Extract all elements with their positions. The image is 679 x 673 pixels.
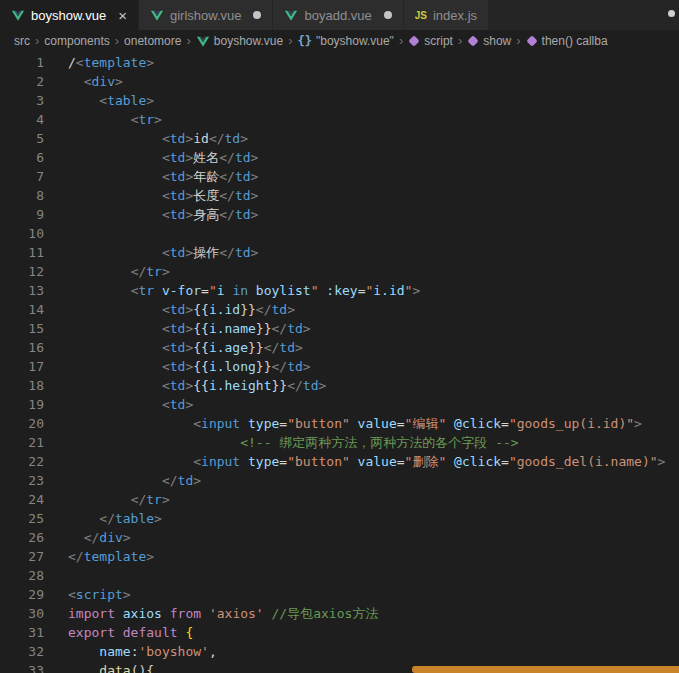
- code-line[interactable]: 5 <td>id</td>: [0, 129, 679, 148]
- code-line[interactable]: 16 <td>{{i.age}}</td>: [0, 338, 679, 357]
- code-text: <tr v-for="i in boylist" :key="i.id">: [44, 281, 420, 300]
- tab-index.js[interactable]: JSindex.js: [404, 0, 489, 30]
- breadcrumb: src›components›onetomore›boyshow.vue›{}"…: [0, 30, 679, 51]
- breadcrumb-item-src[interactable]: src: [14, 34, 30, 48]
- code-line[interactable]: 12 </tr>: [0, 262, 679, 281]
- breadcrumb-label: components: [44, 34, 109, 48]
- code-line[interactable]: 19 <td>: [0, 395, 679, 414]
- line-number: 19: [0, 395, 44, 414]
- code-text: <!-- 绑定两种方法，两种方法的各个字段 -->: [44, 433, 519, 452]
- bottom-orange-bar: [412, 666, 679, 673]
- breadcrumb-separator: ›: [399, 33, 403, 48]
- breadcrumb-separator: ›: [458, 33, 462, 48]
- breadcrumb-separator: ›: [516, 33, 520, 48]
- code-line[interactable]: 24 </tr>: [0, 490, 679, 509]
- breadcrumb-label: onetomore: [124, 34, 181, 48]
- code-line[interactable]: 26 </div>: [0, 528, 679, 547]
- tab-boyadd.vue[interactable]: boyadd.vue: [273, 0, 403, 30]
- code-text: data(){: [44, 661, 154, 673]
- line-number: 1: [0, 53, 44, 72]
- line-number: 21: [0, 433, 44, 452]
- code-text: </tr>: [44, 490, 170, 509]
- breadcrumb-item-show[interactable]: show: [467, 34, 511, 48]
- breadcrumb-item-script[interactable]: script: [408, 34, 453, 48]
- breadcrumb-separator: ›: [186, 33, 190, 48]
- line-number: 13: [0, 281, 44, 300]
- breadcrumb-item-components[interactable]: components: [44, 34, 109, 48]
- tab-girlshow.vue[interactable]: girlshow.vue: [139, 0, 274, 30]
- line-number: 24: [0, 490, 44, 509]
- code-text: <td>{{i.name}}</td>: [44, 319, 311, 338]
- code-line[interactable]: 10: [0, 224, 679, 243]
- symbol-icon: [409, 35, 420, 46]
- code-line[interactable]: 31export default {: [0, 623, 679, 642]
- code-line[interactable]: 6 <td>姓名</td>: [0, 148, 679, 167]
- code-line[interactable]: 17 <td>{{i.long}}</td>: [0, 357, 679, 376]
- breadcrumb-label: "boyshow.vue": [316, 34, 394, 48]
- code-line[interactable]: 18 <td>{{i.height}}</td>: [0, 376, 679, 395]
- dirty-dot-icon: [384, 11, 392, 19]
- code-editor[interactable]: 1/<template>2 <div>3 <table>4 <tr>5 <td>…: [0, 51, 679, 673]
- code-line[interactable]: 2 <div>: [0, 72, 679, 91]
- code-line[interactable]: 25 </table>: [0, 509, 679, 528]
- code-line[interactable]: 4 <tr>: [0, 110, 679, 129]
- breadcrumb-separator: ›: [35, 33, 39, 48]
- line-number: 10: [0, 224, 44, 243]
- code-line[interactable]: 30import axios from 'axios' //导包axios方法: [0, 604, 679, 623]
- code-text: <td>姓名</td>: [44, 148, 258, 167]
- line-number: 22: [0, 452, 44, 471]
- code-text: <td>身高</td>: [44, 205, 258, 224]
- breadcrumb-label: show: [483, 34, 511, 48]
- line-number: 23: [0, 471, 44, 490]
- code-text: [44, 224, 68, 243]
- breadcrumb-item-boyshow.vue[interactable]: {}"boyshow.vue": [298, 34, 394, 48]
- code-line[interactable]: 22 <input type="button" value="删除" @clic…: [0, 452, 679, 471]
- line-number: 17: [0, 357, 44, 376]
- code-line[interactable]: 9 <td>身高</td>: [0, 205, 679, 224]
- code-line[interactable]: 21 <!-- 绑定两种方法，两种方法的各个字段 -->: [0, 433, 679, 452]
- code-line[interactable]: 32 name:'boyshow',: [0, 642, 679, 661]
- close-icon[interactable]: ×: [118, 8, 127, 23]
- breadcrumb-separator: ›: [115, 33, 119, 48]
- code-line[interactable]: 29<script>: [0, 585, 679, 604]
- code-text: <table>: [44, 91, 154, 110]
- tab-boyshow.vue[interactable]: boyshow.vue×: [0, 0, 139, 30]
- code-line[interactable]: 3 <table>: [0, 91, 679, 110]
- code-text: <td>: [44, 395, 193, 414]
- code-line[interactable]: 20 <input type="button" value="编辑" @clic…: [0, 414, 679, 433]
- code-line[interactable]: 27</template>: [0, 547, 679, 566]
- code-text: <td>{{i.long}}</td>: [44, 357, 311, 376]
- code-text: <script>: [44, 585, 131, 604]
- line-number: 18: [0, 376, 44, 395]
- line-number: 31: [0, 623, 44, 642]
- line-number: 5: [0, 129, 44, 148]
- code-text: export default {: [44, 623, 193, 642]
- vue-icon: [11, 8, 25, 22]
- tab-bar: boyshow.vue×girlshow.vueboyadd.vueJSinde…: [0, 0, 679, 30]
- code-line[interactable]: 7 <td>年龄</td>: [0, 167, 679, 186]
- line-number: 32: [0, 642, 44, 661]
- breadcrumb-item-boyshow.vue[interactable]: boyshow.vue: [196, 34, 283, 48]
- code-line[interactable]: 8 <td>长度</td>: [0, 186, 679, 205]
- line-number: 4: [0, 110, 44, 129]
- code-text: <div>: [44, 72, 123, 91]
- tab-overflow-dot: [668, 10, 675, 17]
- breadcrumb-item-thencallba[interactable]: then() callba: [526, 34, 608, 48]
- code-text: </table>: [44, 509, 162, 528]
- code-line[interactable]: 15 <td>{{i.name}}</td>: [0, 319, 679, 338]
- code-line[interactable]: 11 <td>操作</td>: [0, 243, 679, 262]
- line-number: 15: [0, 319, 44, 338]
- line-number: 16: [0, 338, 44, 357]
- code-line[interactable]: 1/<template>: [0, 53, 679, 72]
- symbol-icon: [468, 35, 479, 46]
- breadcrumb-item-onetomore[interactable]: onetomore: [124, 34, 181, 48]
- code-line[interactable]: 13 <tr v-for="i in boylist" :key="i.id">: [0, 281, 679, 300]
- line-number: 14: [0, 300, 44, 319]
- code-line[interactable]: 28: [0, 566, 679, 585]
- code-text: </td>: [44, 471, 201, 490]
- vue-icon: [196, 34, 210, 48]
- code-line[interactable]: 14 <td>{{i.id}}</td>: [0, 300, 679, 319]
- code-text: </div>: [44, 528, 131, 547]
- code-text: <td>id</td>: [44, 129, 248, 148]
- code-line[interactable]: 23 </td>: [0, 471, 679, 490]
